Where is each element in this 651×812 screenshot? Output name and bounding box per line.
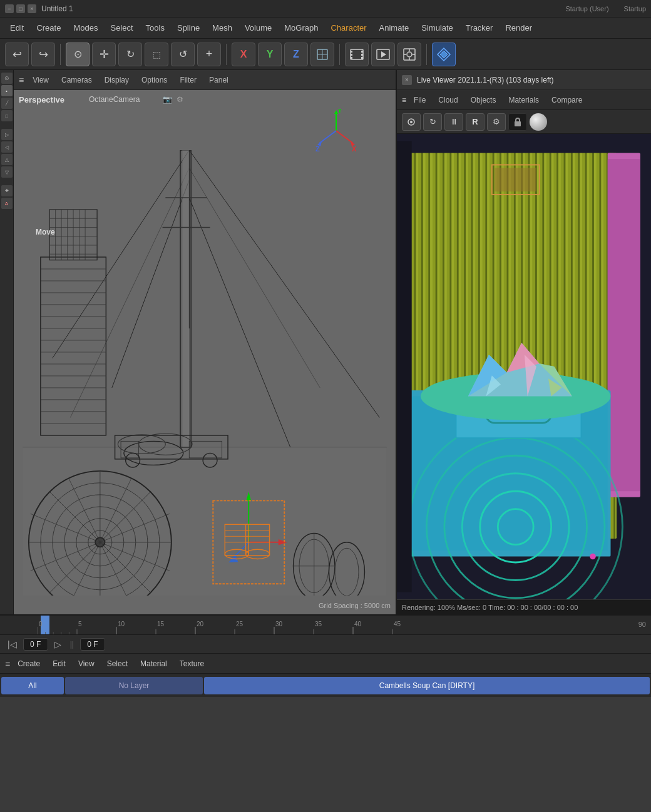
sidebar-btn-1[interactable]: ▷ — [1, 129, 13, 140]
minimize-btn[interactable]: − — [5, 4, 14, 13]
lv-refresh-btn[interactable]: ↻ — [423, 113, 442, 131]
menu-create[interactable]: Create — [31, 21, 66, 35]
sidebar-btn-4[interactable]: ▽ — [1, 166, 13, 178]
axis-z-btn[interactable]: Z — [284, 43, 308, 66]
go-start-btn[interactable]: |◁ — [5, 638, 19, 651]
filmstrip-btn2[interactable] — [371, 43, 395, 66]
sidebar-btn-6[interactable]: A — [1, 198, 13, 209]
transform-btn[interactable]: ↺ — [171, 43, 195, 66]
lv-pause-btn[interactable]: ⏸ — [444, 113, 463, 131]
sidebar-btn-2[interactable]: ◁ — [1, 141, 13, 153]
menu-simulate[interactable]: Simulate — [416, 21, 458, 35]
toolbar-sep2 — [226, 44, 227, 65]
next-frame-btn[interactable]: ▷ — [52, 638, 64, 651]
timeline-bar[interactable]: 0 5 10 15 20 25 30 35 40 45 — [0, 614, 651, 634]
svg-marker-11 — [381, 51, 386, 58]
menu-mesh[interactable]: Mesh — [207, 21, 237, 35]
bm-edit[interactable]: Edit — [48, 657, 71, 670]
maximize-btn[interactable]: □ — [16, 4, 25, 13]
menu-edit[interactable]: Edit — [5, 21, 29, 35]
bottom-menu: ≡ Create Edit View Select Material Textu… — [0, 653, 651, 673]
menu-bar: Edit Create Modes Select Tools Spline Me… — [0, 18, 651, 39]
close-btn[interactable]: × — [28, 4, 36, 13]
toolbar: ↩ ↪ ⊙ ✛ ↻ ⬚ ↺ + X Y Z — [0, 39, 651, 70]
move-btn[interactable]: ✛ — [92, 43, 116, 66]
viewport-view-menu[interactable]: View — [29, 74, 53, 86]
viewport-panel-menu[interactable]: Panel — [205, 74, 232, 86]
startup-info2: Startup — [624, 5, 646, 13]
world-btn[interactable] — [310, 43, 334, 66]
viewport-menu-icon[interactable]: ≡ — [19, 75, 24, 85]
sidebar-btn-3[interactable]: △ — [1, 154, 13, 165]
svg-line-33 — [189, 150, 379, 417]
sidebar-btn-5[interactable]: ✚ — [1, 185, 13, 196]
menu-render[interactable]: Render — [500, 21, 537, 35]
svg-rect-148 — [397, 141, 412, 592]
lv-file-menu[interactable]: File — [409, 94, 431, 106]
bm-texture[interactable]: Texture — [175, 657, 209, 670]
menu-select[interactable]: Select — [105, 21, 138, 35]
layer-dirty-btn[interactable]: Cambells Soup Can [DIRTY] — [204, 677, 650, 694]
svg-rect-119 — [515, 121, 521, 126]
viewport-content[interactable]: Perspective OctaneCamera 📷 ⚙ Y X Z — [14, 90, 396, 614]
lv-settings-btn[interactable] — [402, 113, 421, 131]
timeline-tick-area[interactable]: 0 5 10 15 20 25 30 35 40 45 — [0, 616, 651, 634]
live-viewer-title: Live Viewer 2021.1.1-(R3) (103 days left… — [417, 76, 554, 84]
sidebar-btn-edges[interactable]: ╱ — [1, 98, 13, 109]
sidebar-btn-points[interactable]: ▪ — [1, 85, 13, 96]
lv-cloud-menu[interactable]: Cloud — [433, 94, 463, 106]
sidebar-btn-polys[interactable]: □ — [1, 110, 13, 121]
redo-btn[interactable]: ↪ — [31, 43, 55, 66]
menu-tracker[interactable]: Tracker — [461, 21, 498, 35]
lv-compare-menu[interactable]: Compare — [546, 94, 587, 106]
viewport-display-menu[interactable]: Display — [101, 74, 133, 86]
live-viewer-close[interactable]: × — [402, 75, 412, 85]
svg-rect-29 — [23, 447, 386, 596]
menu-volume[interactable]: Volume — [240, 21, 277, 35]
svg-point-147 — [590, 554, 595, 559]
scene-viewport — [14, 150, 396, 596]
current-frame-display[interactable]: 0 F — [23, 638, 48, 651]
filmstrip-btn1[interactable] — [345, 43, 369, 66]
bm-select[interactable]: Select — [102, 657, 133, 670]
axis-gizmo: Y X Z — [314, 109, 358, 153]
scale-btn[interactable]: ⬚ — [145, 43, 168, 66]
viewport-filter-menu[interactable]: Filter — [176, 74, 200, 86]
menu-tools[interactable]: Tools — [141, 21, 170, 35]
svg-rect-5 — [351, 54, 352, 56]
bm-material[interactable]: Material — [135, 657, 172, 670]
octane-btn[interactable] — [432, 43, 456, 66]
sidebar-btn-select[interactable]: ⊙ — [1, 73, 13, 84]
lv-r-btn[interactable]: R — [466, 113, 484, 131]
end-frame-display[interactable]: 0 F — [80, 638, 105, 651]
bm-create[interactable]: Create — [13, 657, 45, 670]
menu-animate[interactable]: Animate — [374, 21, 414, 35]
render-settings-btn[interactable] — [397, 43, 421, 66]
menu-mograph[interactable]: MoGraph — [279, 21, 323, 35]
bottom-menu-icon[interactable]: ≡ — [5, 659, 10, 669]
lv-lock-btn[interactable] — [508, 113, 527, 131]
select-btn[interactable]: ⊙ — [66, 43, 90, 66]
undo-btn[interactable]: ↩ — [5, 43, 29, 66]
live-viewer-hamburger[interactable]: ≡ — [402, 96, 406, 104]
axis-y-btn[interactable]: Y — [258, 43, 282, 66]
viewport-options-menu[interactable]: Options — [138, 74, 171, 86]
lv-gear-btn[interactable]: ⚙ — [487, 113, 506, 131]
bm-view[interactable]: View — [73, 657, 100, 670]
viewport-cameras-menu[interactable]: Cameras — [58, 74, 96, 86]
rotate-btn[interactable]: ↻ — [118, 43, 142, 66]
svg-rect-39 — [182, 150, 189, 447]
axis-x-btn[interactable]: X — [232, 43, 255, 66]
layer-all-btn[interactable]: All — [1, 677, 64, 694]
render-status: Rendering: 100% Ms/sec: 0 Time: 00 : 00 … — [402, 604, 578, 611]
lv-materials-menu[interactable]: Materials — [503, 94, 544, 106]
lv-sphere-btn[interactable] — [530, 113, 547, 131]
menu-character[interactable]: Character — [326, 21, 371, 35]
layer-no-layer-btn[interactable]: No Layer — [65, 677, 203, 694]
object-btn[interactable]: + — [197, 43, 221, 66]
viewport-3d[interactable]: ≡ View Cameras Display Options Filter Pa… — [14, 70, 397, 614]
lv-objects-menu[interactable]: Objects — [466, 94, 501, 106]
menu-modes[interactable]: Modes — [68, 21, 103, 35]
live-viewer-toolbar: ↻ ⏸ R ⚙ — [397, 110, 651, 134]
menu-spline[interactable]: Spline — [172, 21, 205, 35]
